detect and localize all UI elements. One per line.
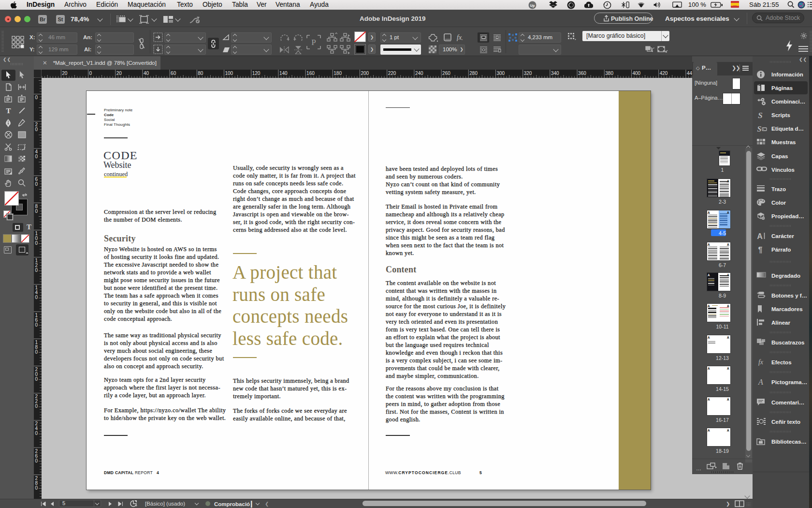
svg-text:0: 0 [35,376,38,382]
svg-text:0: 0 [35,95,38,100]
svg-text:260: 260 [442,71,450,76]
svg-text:0: 0 [35,209,38,214]
svg-text:0: 0 [35,154,38,159]
svg-text:40: 40 [144,71,149,76]
svg-text:A: A [758,378,763,386]
svg-text:160: 160 [306,71,315,76]
svg-text:100: 100 [225,71,233,76]
svg-text:380: 380 [605,71,613,76]
svg-text:200: 200 [361,71,369,76]
svg-text:340: 340 [551,71,559,76]
svg-text:240: 240 [415,71,423,76]
svg-text:300: 300 [497,71,505,76]
svg-text:S: S [758,111,762,120]
svg-text:360: 360 [578,71,586,76]
svg-text:140: 140 [279,71,288,76]
svg-text:0: 0 [35,431,38,436]
svg-text:ISO: ISO [733,5,737,8]
svg-text:80: 80 [198,71,203,76]
svg-text:0: 0 [35,403,38,409]
svg-text:0: 0 [35,458,38,463]
svg-text:280: 280 [469,71,478,76]
svg-text:120: 120 [252,71,261,76]
svg-text:400: 400 [633,71,641,76]
svg-text:0: 0 [35,485,38,491]
svg-text:180: 180 [334,71,342,76]
svg-text:220: 220 [388,71,396,76]
svg-text:0: 0 [35,295,38,300]
svg-text:0: 0 [35,127,38,132]
svg-text:S: S [757,125,762,133]
svg-text:fx: fx [758,359,764,366]
svg-text:20: 20 [62,71,68,76]
svg-text:0: 0 [35,240,38,246]
svg-text:T: T [6,107,11,114]
svg-text:Up: Up [530,4,535,8]
svg-text:¶: ¶ [758,245,763,254]
svg-text:A: A [757,232,763,240]
svg-text:320: 320 [524,71,532,76]
svg-text:0: 0 [35,349,38,355]
svg-text:20: 20 [116,71,122,76]
svg-text:0: 0 [89,71,92,76]
svg-text:P: P [311,38,316,47]
svg-text:0: 0 [35,268,38,273]
svg-text:60: 60 [171,71,176,76]
svg-text:0: 0 [35,181,38,187]
svg-text:0: 0 [35,322,38,328]
svg-text:420: 420 [660,71,668,76]
